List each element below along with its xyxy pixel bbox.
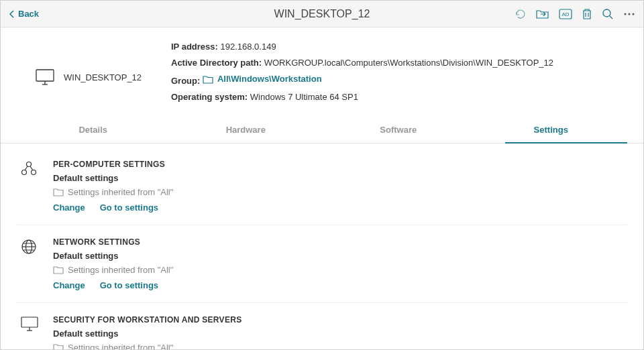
os-label: Operating system:	[171, 92, 248, 102]
security-icon-wrap	[21, 315, 41, 350]
network-icon-wrap	[21, 237, 41, 290]
computer-icon	[36, 69, 54, 85]
hierarchy-icon	[21, 161, 37, 176]
tabs: Details Hardware Software Settings	[1, 118, 643, 143]
computer-name-block: WIN_DESKTOP_12	[17, 40, 151, 106]
adpath-value: WORKGROUP.local\Computers\Workstations\D…	[264, 58, 553, 68]
inherited-label: Settings inherited from "All"	[68, 265, 173, 275]
back-button[interactable]: Back	[9, 9, 39, 19]
section-body: NETWORK SETTINGS Default settings Settin…	[53, 237, 173, 290]
svg-point-5	[629, 13, 631, 15]
ip-value: 192.168.0.149	[220, 42, 276, 52]
inherited-label: Settings inherited from "All"	[68, 343, 173, 350]
section-security: SECURITY FOR WORKSTATION AND SERVERS Def…	[17, 302, 627, 350]
svg-rect-16	[21, 317, 38, 327]
goto-settings-link[interactable]: Go to settings	[100, 280, 158, 290]
inherited-row: Settings inherited from "All"	[53, 343, 242, 350]
section-title: PER-COMPUTER SETTINGS	[53, 160, 173, 169]
folder-icon	[203, 75, 213, 84]
default-settings-label: Default settings	[53, 329, 242, 339]
group-row: Group: All\Windows\Workstation	[171, 72, 553, 89]
inherited-row: Settings inherited from "All"	[53, 265, 173, 275]
refresh-icon[interactable]	[515, 8, 527, 20]
action-bar: AD	[515, 8, 635, 20]
os-value: Windows 7 Ultimate 64 SP1	[250, 92, 358, 102]
goto-settings-link[interactable]: Go to settings	[100, 202, 158, 213]
svg-line-3	[610, 16, 612, 19]
svg-point-10	[27, 162, 32, 166]
section-actions: Change Go to settings	[53, 202, 173, 213]
move-to-icon[interactable]	[536, 9, 549, 19]
change-link[interactable]: Change	[53, 280, 85, 290]
folder-icon	[53, 266, 64, 274]
inherited-label: Settings inherited from "All"	[68, 187, 173, 197]
group-link[interactable]: All\Windows\Workstation	[203, 72, 322, 86]
svg-point-11	[22, 170, 27, 174]
svg-point-4	[625, 13, 627, 15]
more-icon[interactable]	[623, 8, 635, 20]
section-title: SECURITY FOR WORKSTATION AND SERVERS	[53, 315, 242, 325]
computer-properties: IP address: 192.168.0.149 Active Directo…	[171, 40, 553, 106]
folder-icon	[53, 343, 64, 350]
search-icon[interactable]	[602, 8, 614, 20]
svg-point-2	[603, 9, 610, 17]
section-title: NETWORK SETTINGS	[53, 237, 173, 247]
page-title: WIN_DESKTOP_12	[274, 8, 370, 20]
ad-icon[interactable]: AD	[559, 9, 572, 19]
group-value: All\Windows\Workstation	[217, 72, 322, 86]
svg-rect-7	[36, 70, 54, 81]
globe-icon	[21, 239, 37, 255]
default-settings-label: Default settings	[53, 173, 173, 183]
tab-software[interactable]: Software	[322, 118, 475, 143]
tab-details[interactable]: Details	[17, 118, 170, 143]
ip-label: IP address:	[171, 42, 218, 52]
folder-icon	[53, 188, 64, 196]
per-computer-icon-wrap	[21, 160, 41, 213]
section-per-computer: PER-COMPUTER SETTINGS Default settings S…	[17, 156, 627, 225]
group-label: Group:	[171, 76, 200, 86]
back-label: Back	[18, 9, 39, 19]
section-body: SECURITY FOR WORKSTATION AND SERVERS Def…	[53, 315, 242, 350]
section-network: NETWORK SETTINGS Default settings Settin…	[17, 225, 627, 302]
section-body: PER-COMPUTER SETTINGS Default settings S…	[53, 160, 173, 213]
default-settings-label: Default settings	[53, 251, 173, 261]
svg-point-12	[32, 170, 36, 174]
inherited-row: Settings inherited from "All"	[53, 187, 173, 197]
tab-hardware[interactable]: Hardware	[170, 118, 323, 143]
top-bar: Back WIN_DESKTOP_12 AD	[1, 1, 643, 27]
chevron-left-icon	[9, 9, 15, 19]
delete-icon[interactable]	[582, 8, 592, 20]
change-link[interactable]: Change	[53, 202, 85, 213]
svg-point-6	[633, 13, 635, 15]
ip-row: IP address: 192.168.0.149	[171, 40, 553, 54]
content-area: WIN_DESKTOP_12 IP address: 192.168.0.149…	[1, 27, 643, 350]
computer-name: WIN_DESKTOP_12	[64, 72, 142, 82]
computer-summary: WIN_DESKTOP_12 IP address: 192.168.0.149…	[17, 40, 627, 106]
tab-settings[interactable]: Settings	[475, 118, 628, 143]
adpath-label: Active Directory path:	[171, 58, 262, 68]
svg-text:AD: AD	[561, 11, 569, 17]
section-actions: Change Go to settings	[53, 280, 173, 290]
adpath-row: Active Directory path: WORKGROUP.local\C…	[171, 56, 553, 70]
settings-sections: PER-COMPUTER SETTINGS Default settings S…	[17, 143, 627, 350]
workstation-icon	[21, 316, 38, 331]
os-row: Operating system: Windows 7 Ultimate 64 …	[171, 90, 553, 105]
